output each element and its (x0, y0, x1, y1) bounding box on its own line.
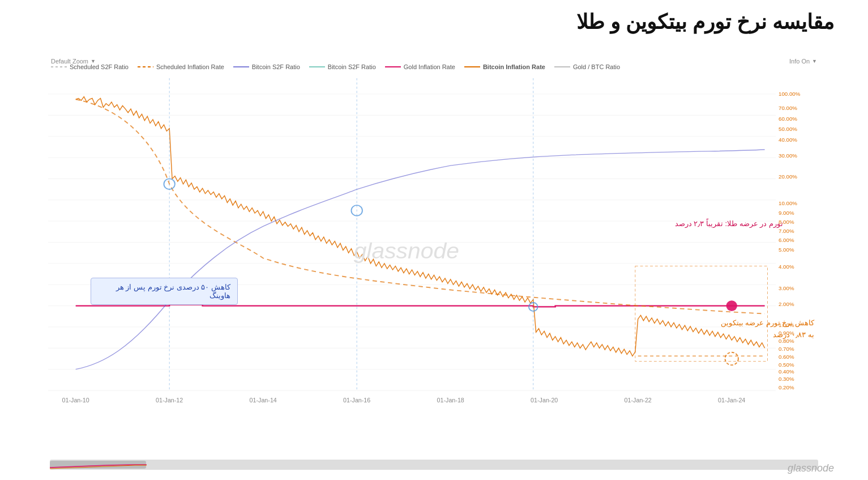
svg-text:6.00%: 6.00% (779, 237, 794, 244)
legend-gold-btc: Gold / BTC Ratio (554, 63, 620, 70)
glassnode-watermark: glassnode (788, 462, 834, 474)
svg-point-83 (726, 300, 737, 311)
svg-text:01-Jan-20: 01-Jan-20 (531, 397, 558, 403)
svg-text:10.00%: 10.00% (779, 200, 797, 206)
timeline-scrollbar[interactable] (50, 460, 818, 470)
svg-text:01-Jan-24: 01-Jan-24 (718, 397, 745, 403)
svg-text:70.00%: 70.00% (779, 105, 797, 111)
svg-text:0.70%: 0.70% (779, 346, 794, 352)
svg-text:2.00%: 2.00% (779, 301, 794, 307)
svg-text:4.00%: 4.00% (779, 264, 794, 270)
svg-text:0.40%: 0.40% (779, 368, 794, 375)
annotation-halving: کاهش ۵۰ درصدی نرخ تورم پس از هر هاوینگ (91, 278, 238, 305)
svg-text:01-Jan-10: 01-Jan-10 (62, 397, 89, 403)
svg-text:0.60%: 0.60% (779, 354, 794, 360)
svg-text:100.00%: 100.00% (779, 91, 801, 97)
svg-text:30.00%: 30.00% (779, 152, 797, 159)
main-chart-svg: 100k 5 2 10k 5 2 1000 5 2 100 5 2 10 5 2… (48, 78, 820, 406)
svg-text:9.00%: 9.00% (779, 210, 794, 216)
svg-text:60.00%: 60.00% (779, 116, 797, 122)
page-container: مقایسه نرخ تورم بیتکوین و طلا Default Zo… (0, 0, 868, 480)
svg-text:01-Jan-14: 01-Jan-14 (250, 397, 277, 403)
svg-text:5.00%: 5.00% (779, 247, 794, 253)
legend-area: Scheduled S2F Ratio Scheduled Inflation … (51, 63, 817, 70)
title-area: مقایسه نرخ تورم بیتکوین و طلا (576, 10, 834, 34)
svg-text:glassnode: glassnode (354, 238, 459, 262)
svg-text:01-Jan-12: 01-Jan-12 (156, 397, 183, 403)
svg-text:0.50%: 0.50% (779, 362, 794, 368)
annotation-gold-inflation: تورم در عرضه طلا: تقریباً ۲٫۳ درصد (636, 218, 783, 230)
legend-scheduled-s2f: Scheduled S2F Ratio (51, 63, 129, 70)
legend-scheduled-inflation: Scheduled Inflation Rate (138, 63, 224, 70)
svg-text:20.00%: 20.00% (779, 174, 797, 180)
svg-text:40.00%: 40.00% (779, 137, 797, 143)
svg-text:01-Jan-16: 01-Jan-16 (343, 397, 370, 403)
chart-area: Default Zoom ▼ Info On ▼ Scheduled S2F R… (17, 57, 851, 435)
svg-text:0.30%: 0.30% (779, 376, 794, 382)
svg-text:01-Jan-18: 01-Jan-18 (437, 397, 464, 403)
legend-bitcoin-s2f-teal: Bitcoin S2F Ratio (309, 63, 376, 70)
svg-text:0.20%: 0.20% (779, 384, 794, 390)
svg-text:50.00%: 50.00% (779, 126, 797, 133)
svg-text:01-Jan-22: 01-Jan-22 (625, 397, 652, 403)
legend-bitcoin-s2f-blue: Bitcoin S2F Ratio (233, 63, 300, 70)
legend-gold-inflation: Gold Inflation Rate (385, 63, 455, 70)
legend-bitcoin-inflation: Bitcoin Inflation Rate (464, 63, 545, 70)
svg-text:3.00%: 3.00% (779, 285, 794, 291)
annotation-bitcoin-inflation: کاهش نرخ تورم عرضه بیتکوین به ۰٫۸۳ درصد (656, 317, 814, 341)
page-title: مقایسه نرخ تورم بیتکوین و طلا (576, 10, 834, 34)
